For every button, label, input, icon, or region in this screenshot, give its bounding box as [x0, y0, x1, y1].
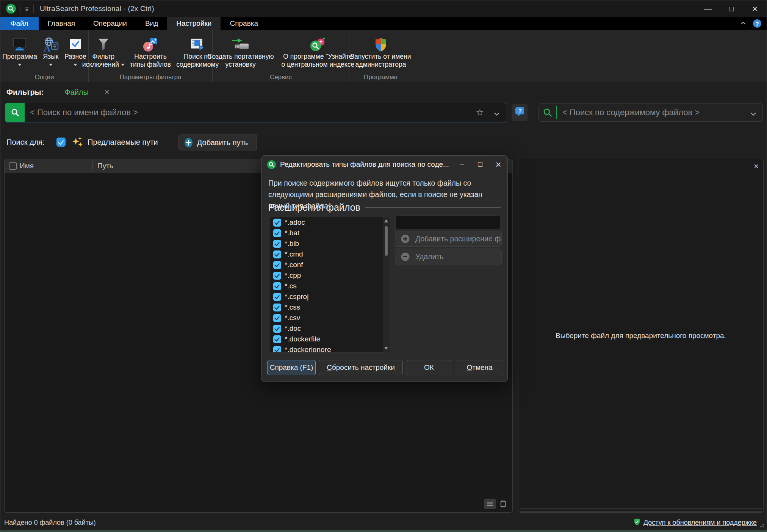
preview-pane-button[interactable] — [497, 499, 509, 509]
add-extension-button[interactable]: Добавить расширение файла — [395, 231, 502, 247]
extension-row[interactable]: *.css — [270, 302, 390, 313]
extension-checkbox[interactable] — [273, 250, 281, 258]
ribbon-group-program: Запустить от имени администратора Програ… — [349, 30, 412, 82]
tab-settings[interactable]: Настройки — [167, 17, 221, 30]
extension-row[interactable]: *.bib — [270, 238, 390, 249]
suggested-paths-checkbox[interactable] — [56, 138, 66, 147]
dialog-reset-button[interactable]: Сбросить настройки — [319, 360, 403, 375]
minimize-button[interactable]: — — [696, 0, 720, 17]
select-all-checkbox[interactable] — [9, 162, 17, 170]
filter-close-icon[interactable]: × — [105, 87, 110, 97]
search-row: ☆ ? — [0, 102, 767, 124]
filter-tab-files[interactable]: Файлы — [64, 88, 89, 97]
resize-grip[interactable] — [760, 523, 765, 528]
extension-row[interactable]: *.conf — [270, 260, 390, 270]
extension-row[interactable]: *.bat — [270, 228, 390, 238]
extension-checkbox[interactable] — [273, 335, 281, 343]
favorite-star-icon[interactable]: ☆ — [476, 107, 484, 118]
new-extension-input[interactable] — [396, 216, 500, 229]
scroll-down-arrow-icon[interactable] — [384, 347, 388, 350]
extension-checkbox[interactable] — [273, 261, 281, 269]
ribbon-item-language[interactable]: A Язык — [40, 33, 61, 69]
run-as-admin-shield-icon — [373, 34, 389, 53]
plus-circle-icon — [401, 234, 410, 244]
list-view-button[interactable] — [484, 499, 496, 509]
splitter-handle[interactable] — [520, 508, 762, 512]
scrollbar-thumb[interactable] — [385, 226, 388, 256]
tab-view[interactable]: Вид — [136, 17, 167, 30]
minus-circle-icon — [401, 252, 410, 261]
dialog-titlebar: Редактировать типы файлов для поиска по … — [261, 156, 507, 173]
close-icon[interactable]: × — [754, 161, 759, 171]
scroll-up-arrow-icon[interactable] — [384, 219, 388, 222]
extensions-section-title: Расширения файлов — [268, 202, 360, 213]
collapse-ribbon-icon[interactable] — [739, 21, 747, 26]
chevron-down-icon — [18, 64, 22, 66]
ribbon-item-portable-install[interactable]: Создать портативную установку — [205, 33, 276, 69]
extension-row[interactable]: *.dockerignore — [270, 344, 390, 352]
tab-home[interactable]: Главная — [39, 17, 84, 30]
ribbon-item-exclusion-filter[interactable]: Фильтр исключений — [80, 33, 127, 69]
tab-file[interactable]: Файл — [0, 17, 39, 30]
quick-access-chevron-icon[interactable] — [24, 6, 30, 11]
dialog-ok-button[interactable]: ОК — [407, 360, 451, 375]
extension-row[interactable]: *.cmd — [270, 249, 390, 260]
ribbon-item-program[interactable]: Программа — [0, 33, 39, 69]
extension-row[interactable]: *.cs — [270, 281, 390, 291]
ribbon-item-run-as-admin[interactable]: Запустить от имени администратора — [348, 33, 413, 69]
delete-extension-button[interactable]: Удалить — [395, 249, 502, 264]
extension-row[interactable]: *.adoc — [270, 217, 390, 228]
extension-checkbox[interactable] — [273, 219, 281, 227]
preview-panel: × Выберите файл для предварительного про… — [518, 159, 764, 513]
search-icon — [6, 103, 25, 122]
dialog-close-button[interactable]: × — [489, 157, 507, 172]
column-header-name[interactable]: Имя — [20, 162, 92, 170]
extension-checkbox[interactable] — [273, 293, 281, 301]
add-path-button[interactable]: Добавить путь — [178, 135, 257, 150]
extension-row[interactable]: *.cpp — [270, 270, 390, 281]
chevron-down-icon[interactable] — [494, 111, 500, 114]
filter-bar: Фильтры: Файлы × — [0, 82, 767, 102]
extensions-list[interactable]: *.adoc *.bat *.bib *.cmd *.conf *.cpp *.… — [270, 217, 390, 352]
extension-row[interactable]: *.csproj — [270, 291, 390, 302]
extension-checkbox[interactable] — [273, 229, 281, 237]
delete-extension-label: Удалить — [415, 252, 443, 261]
updates-support-link[interactable]: Доступ к обновлениям и поддержке — [643, 519, 757, 527]
content-search-input[interactable] — [557, 108, 750, 117]
chevron-down-icon[interactable] — [750, 111, 756, 114]
tab-help[interactable]: Справка — [221, 17, 267, 30]
ribbon-group-label: Сервис — [213, 73, 349, 82]
extension-row[interactable]: *.doc — [270, 323, 390, 334]
extension-checkbox[interactable] — [273, 314, 281, 322]
chevron-down-icon — [49, 64, 53, 66]
tab-operations[interactable]: Операции — [84, 17, 136, 30]
extension-checkbox[interactable] — [273, 240, 281, 248]
column-divider[interactable] — [92, 161, 93, 171]
window-bottom-edge — [0, 530, 767, 532]
column-header-path[interactable]: Путь — [97, 162, 113, 170]
search-help-button[interactable]: ? — [512, 104, 528, 121]
extension-row[interactable]: *.csv — [270, 313, 390, 323]
extension-checkbox[interactable] — [273, 272, 281, 280]
dialog-maximize-button[interactable]: □ — [471, 157, 489, 172]
ribbon-item-file-types[interactable]: Настроить типы файлов — [128, 33, 173, 69]
chevron-down-icon — [121, 64, 125, 66]
maximize-button[interactable]: □ — [720, 0, 743, 17]
extension-checkbox[interactable] — [273, 282, 281, 290]
extension-checkbox[interactable] — [273, 304, 281, 311]
dialog-minimize-button[interactable]: – — [453, 157, 471, 172]
extension-checkbox[interactable] — [273, 325, 281, 333]
dialog-help-button[interactable]: Справка (F1) — [267, 360, 316, 375]
dialog-cancel-button[interactable]: Отмена — [456, 360, 503, 375]
ribbon-group-label: Параметры фильтра — [89, 73, 212, 82]
name-search-input[interactable] — [25, 108, 476, 117]
shield-check-icon — [634, 518, 640, 527]
help-icon[interactable]: ? — [753, 19, 761, 28]
content-search-icon — [539, 107, 556, 118]
portable-install-icon — [230, 34, 251, 53]
ribbon-item-about-central-index[interactable]: О программе "Узнайте о центральном индек… — [279, 33, 357, 69]
extension-checkbox[interactable] — [273, 346, 281, 353]
close-button[interactable]: × — [743, 0, 767, 17]
scrollbar[interactable] — [383, 217, 390, 352]
extension-row[interactable]: *.dockerfile — [270, 334, 390, 344]
